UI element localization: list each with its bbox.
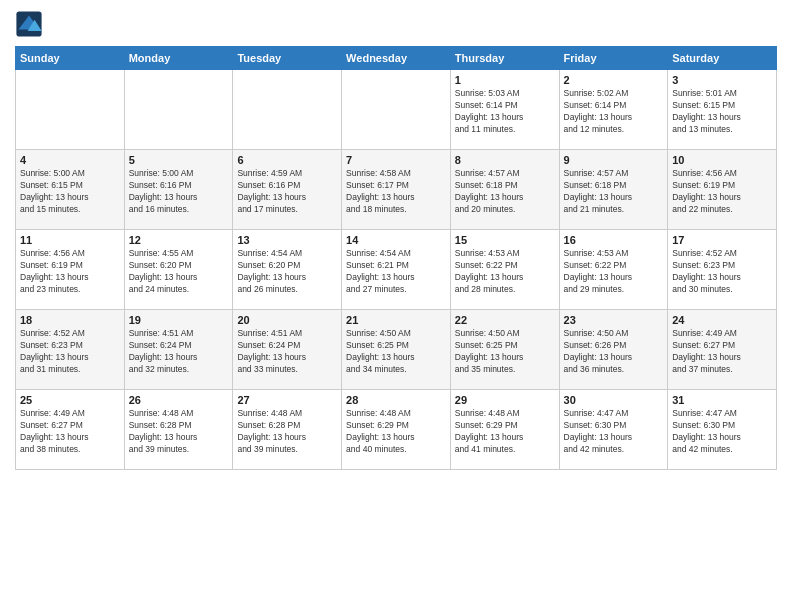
day-number: 19: [129, 314, 229, 326]
calendar-cell: 9Sunrise: 4:57 AM Sunset: 6:18 PM Daylig…: [559, 150, 668, 230]
day-header: Monday: [124, 47, 233, 70]
day-number: 12: [129, 234, 229, 246]
day-number: 20: [237, 314, 337, 326]
day-info: Sunrise: 4:49 AM Sunset: 6:27 PM Dayligh…: [672, 328, 772, 376]
calendar-cell: 5Sunrise: 5:00 AM Sunset: 6:16 PM Daylig…: [124, 150, 233, 230]
calendar-cell: 4Sunrise: 5:00 AM Sunset: 6:15 PM Daylig…: [16, 150, 125, 230]
day-number: 15: [455, 234, 555, 246]
day-number: 25: [20, 394, 120, 406]
day-info: Sunrise: 4:56 AM Sunset: 6:19 PM Dayligh…: [20, 248, 120, 296]
day-number: 30: [564, 394, 664, 406]
day-info: Sunrise: 4:51 AM Sunset: 6:24 PM Dayligh…: [129, 328, 229, 376]
calendar-row: 25Sunrise: 4:49 AM Sunset: 6:27 PM Dayli…: [16, 390, 777, 470]
calendar-cell: [342, 70, 451, 150]
day-number: 16: [564, 234, 664, 246]
day-info: Sunrise: 4:47 AM Sunset: 6:30 PM Dayligh…: [564, 408, 664, 456]
calendar-row: 1Sunrise: 5:03 AM Sunset: 6:14 PM Daylig…: [16, 70, 777, 150]
calendar-cell: 3Sunrise: 5:01 AM Sunset: 6:15 PM Daylig…: [668, 70, 777, 150]
calendar-cell: 31Sunrise: 4:47 AM Sunset: 6:30 PM Dayli…: [668, 390, 777, 470]
day-info: Sunrise: 4:51 AM Sunset: 6:24 PM Dayligh…: [237, 328, 337, 376]
day-info: Sunrise: 4:52 AM Sunset: 6:23 PM Dayligh…: [20, 328, 120, 376]
calendar-cell: 10Sunrise: 4:56 AM Sunset: 6:19 PM Dayli…: [668, 150, 777, 230]
calendar-cell: 14Sunrise: 4:54 AM Sunset: 6:21 PM Dayli…: [342, 230, 451, 310]
calendar-cell: 1Sunrise: 5:03 AM Sunset: 6:14 PM Daylig…: [450, 70, 559, 150]
day-info: Sunrise: 4:47 AM Sunset: 6:30 PM Dayligh…: [672, 408, 772, 456]
page: SundayMondayTuesdayWednesdayThursdayFrid…: [0, 0, 792, 612]
calendar-cell: 2Sunrise: 5:02 AM Sunset: 6:14 PM Daylig…: [559, 70, 668, 150]
calendar-cell: 27Sunrise: 4:48 AM Sunset: 6:28 PM Dayli…: [233, 390, 342, 470]
day-number: 4: [20, 154, 120, 166]
day-header: Sunday: [16, 47, 125, 70]
calendar-row: 11Sunrise: 4:56 AM Sunset: 6:19 PM Dayli…: [16, 230, 777, 310]
day-info: Sunrise: 4:48 AM Sunset: 6:28 PM Dayligh…: [237, 408, 337, 456]
calendar-cell: 20Sunrise: 4:51 AM Sunset: 6:24 PM Dayli…: [233, 310, 342, 390]
day-number: 10: [672, 154, 772, 166]
day-number: 31: [672, 394, 772, 406]
day-info: Sunrise: 4:50 AM Sunset: 6:25 PM Dayligh…: [346, 328, 446, 376]
day-info: Sunrise: 4:54 AM Sunset: 6:20 PM Dayligh…: [237, 248, 337, 296]
calendar-cell: 21Sunrise: 4:50 AM Sunset: 6:25 PM Dayli…: [342, 310, 451, 390]
calendar-cell: 11Sunrise: 4:56 AM Sunset: 6:19 PM Dayli…: [16, 230, 125, 310]
calendar-row: 4Sunrise: 5:00 AM Sunset: 6:15 PM Daylig…: [16, 150, 777, 230]
day-number: 21: [346, 314, 446, 326]
day-number: 7: [346, 154, 446, 166]
calendar-cell: 16Sunrise: 4:53 AM Sunset: 6:22 PM Dayli…: [559, 230, 668, 310]
calendar-cell: 12Sunrise: 4:55 AM Sunset: 6:20 PM Dayli…: [124, 230, 233, 310]
logo: [15, 10, 47, 38]
day-info: Sunrise: 4:59 AM Sunset: 6:16 PM Dayligh…: [237, 168, 337, 216]
day-number: 1: [455, 74, 555, 86]
calendar-cell: 17Sunrise: 4:52 AM Sunset: 6:23 PM Dayli…: [668, 230, 777, 310]
calendar-cell: [124, 70, 233, 150]
day-number: 13: [237, 234, 337, 246]
day-info: Sunrise: 5:00 AM Sunset: 6:15 PM Dayligh…: [20, 168, 120, 216]
day-header: Saturday: [668, 47, 777, 70]
day-header: Tuesday: [233, 47, 342, 70]
header-row: SundayMondayTuesdayWednesdayThursdayFrid…: [16, 47, 777, 70]
day-number: 29: [455, 394, 555, 406]
calendar-cell: 28Sunrise: 4:48 AM Sunset: 6:29 PM Dayli…: [342, 390, 451, 470]
calendar-cell: 25Sunrise: 4:49 AM Sunset: 6:27 PM Dayli…: [16, 390, 125, 470]
day-header: Wednesday: [342, 47, 451, 70]
calendar-cell: 23Sunrise: 4:50 AM Sunset: 6:26 PM Dayli…: [559, 310, 668, 390]
calendar-cell: 26Sunrise: 4:48 AM Sunset: 6:28 PM Dayli…: [124, 390, 233, 470]
day-info: Sunrise: 5:02 AM Sunset: 6:14 PM Dayligh…: [564, 88, 664, 136]
calendar-row: 18Sunrise: 4:52 AM Sunset: 6:23 PM Dayli…: [16, 310, 777, 390]
day-info: Sunrise: 4:50 AM Sunset: 6:25 PM Dayligh…: [455, 328, 555, 376]
day-number: 24: [672, 314, 772, 326]
day-info: Sunrise: 4:48 AM Sunset: 6:29 PM Dayligh…: [346, 408, 446, 456]
day-number: 26: [129, 394, 229, 406]
day-info: Sunrise: 4:52 AM Sunset: 6:23 PM Dayligh…: [672, 248, 772, 296]
calendar-cell: 15Sunrise: 4:53 AM Sunset: 6:22 PM Dayli…: [450, 230, 559, 310]
day-header: Friday: [559, 47, 668, 70]
day-number: 5: [129, 154, 229, 166]
calendar-cell: 18Sunrise: 4:52 AM Sunset: 6:23 PM Dayli…: [16, 310, 125, 390]
day-info: Sunrise: 4:49 AM Sunset: 6:27 PM Dayligh…: [20, 408, 120, 456]
day-info: Sunrise: 4:53 AM Sunset: 6:22 PM Dayligh…: [564, 248, 664, 296]
day-number: 14: [346, 234, 446, 246]
day-info: Sunrise: 4:53 AM Sunset: 6:22 PM Dayligh…: [455, 248, 555, 296]
day-info: Sunrise: 4:58 AM Sunset: 6:17 PM Dayligh…: [346, 168, 446, 216]
calendar-cell: 19Sunrise: 4:51 AM Sunset: 6:24 PM Dayli…: [124, 310, 233, 390]
day-info: Sunrise: 4:48 AM Sunset: 6:28 PM Dayligh…: [129, 408, 229, 456]
day-number: 27: [237, 394, 337, 406]
day-number: 3: [672, 74, 772, 86]
calendar-table: SundayMondayTuesdayWednesdayThursdayFrid…: [15, 46, 777, 470]
header: [15, 10, 777, 38]
day-number: 6: [237, 154, 337, 166]
day-info: Sunrise: 4:57 AM Sunset: 6:18 PM Dayligh…: [564, 168, 664, 216]
logo-icon: [15, 10, 43, 38]
day-info: Sunrise: 4:55 AM Sunset: 6:20 PM Dayligh…: [129, 248, 229, 296]
day-number: 9: [564, 154, 664, 166]
day-number: 18: [20, 314, 120, 326]
day-info: Sunrise: 5:01 AM Sunset: 6:15 PM Dayligh…: [672, 88, 772, 136]
day-info: Sunrise: 4:48 AM Sunset: 6:29 PM Dayligh…: [455, 408, 555, 456]
day-info: Sunrise: 4:54 AM Sunset: 6:21 PM Dayligh…: [346, 248, 446, 296]
calendar-cell: [233, 70, 342, 150]
calendar-cell: 29Sunrise: 4:48 AM Sunset: 6:29 PM Dayli…: [450, 390, 559, 470]
day-number: 28: [346, 394, 446, 406]
calendar-cell: 13Sunrise: 4:54 AM Sunset: 6:20 PM Dayli…: [233, 230, 342, 310]
day-info: Sunrise: 4:56 AM Sunset: 6:19 PM Dayligh…: [672, 168, 772, 216]
day-info: Sunrise: 5:00 AM Sunset: 6:16 PM Dayligh…: [129, 168, 229, 216]
day-info: Sunrise: 4:57 AM Sunset: 6:18 PM Dayligh…: [455, 168, 555, 216]
day-header: Thursday: [450, 47, 559, 70]
